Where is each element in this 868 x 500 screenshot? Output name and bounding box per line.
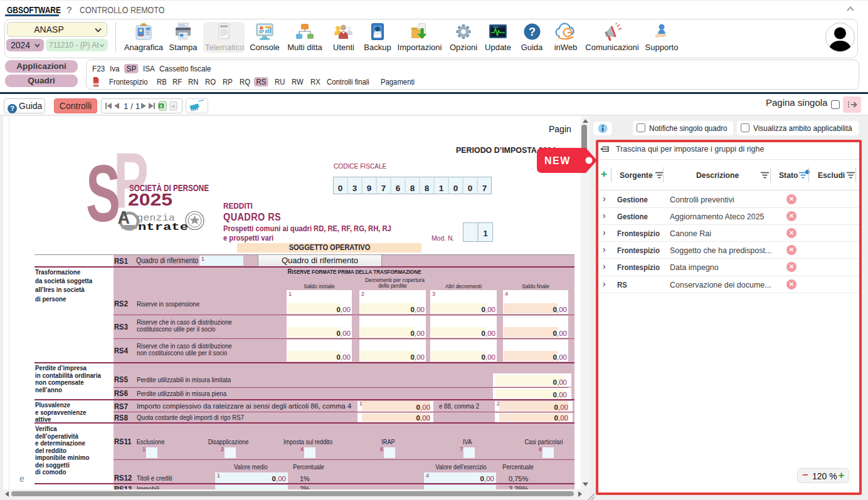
svg-text:6: 6 (396, 184, 401, 193)
svg-text:1: 1 (439, 184, 444, 193)
svg-text:7: 7 (381, 184, 386, 193)
svg-text:3: 3 (352, 184, 357, 193)
svg-text:PDF: PDF (94, 83, 98, 85)
svg-text:S: S (86, 148, 120, 235)
svg-text:1 / 1: 1 / 1 (124, 102, 140, 111)
svg-text:NEW: NEW (544, 155, 571, 166)
svg-text:9: 9 (367, 184, 372, 193)
svg-text:ntrate: ntrate (138, 222, 188, 233)
svg-text:X: X (160, 104, 163, 108)
svg-text:1: 1 (483, 229, 487, 238)
svg-text:2025: 2025 (128, 190, 172, 209)
svg-text:?: ? (529, 26, 536, 38)
svg-text:7: 7 (482, 184, 487, 193)
svg-text:x: x (172, 103, 175, 109)
svg-text:8: 8 (410, 184, 415, 193)
svg-text:8: 8 (425, 184, 430, 193)
svg-text:0: 0 (453, 184, 458, 193)
svg-text:A: A (118, 207, 130, 228)
svg-text:0: 0 (468, 184, 473, 193)
svg-text:setup: setup (493, 26, 499, 28)
svg-text:0: 0 (338, 184, 343, 193)
